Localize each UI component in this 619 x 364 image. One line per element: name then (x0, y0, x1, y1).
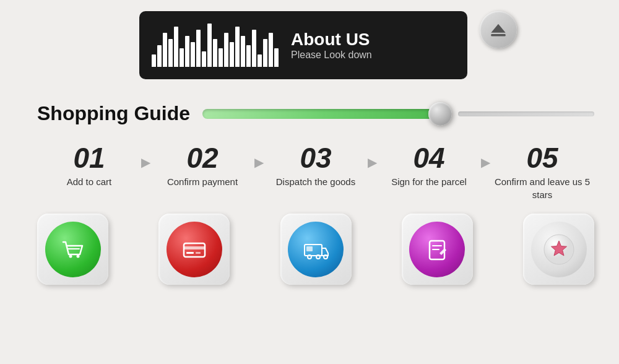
shopping-guide-section: Shopping Guide 01 Add to cart ▶ 02 Confi… (37, 102, 594, 285)
step-1-number: 01 (73, 144, 105, 172)
step-3-number: 03 (300, 144, 331, 172)
icon-box-sign[interactable] (402, 214, 473, 285)
guide-header: Shopping Guide (37, 102, 594, 125)
header-banner: About US Please Look down (139, 11, 467, 79)
svg-rect-7 (186, 252, 194, 254)
sign-icon (409, 222, 465, 277)
step-4-number: 04 (413, 144, 444, 172)
arrow-4: ▶ (481, 144, 490, 170)
svg-point-12 (324, 255, 327, 259)
arrow-1: ▶ (141, 144, 150, 170)
step-5-number: 05 (526, 144, 558, 172)
step-4: 04 Sign for the parcel (377, 144, 481, 188)
svg-point-4 (76, 254, 79, 258)
slider-thumb[interactable] (428, 102, 452, 126)
header-title: About US (291, 30, 372, 50)
step-5: 05 Confirm and leave us 5 stars (490, 144, 594, 201)
slider-track[interactable] (202, 109, 446, 119)
slider-remaining (458, 111, 594, 116)
equalizer-icon (152, 24, 279, 67)
step-1: 01 Add to cart (37, 144, 141, 188)
svg-rect-1 (491, 34, 505, 37)
step-4-label: Sign for the parcel (391, 175, 467, 188)
arrow-2: ▶ (254, 144, 264, 170)
icon-box-star[interactable] (523, 214, 594, 285)
svg-rect-13 (306, 246, 313, 251)
step-3-label: Dispatch the goods (276, 175, 355, 188)
svg-point-10 (308, 255, 311, 259)
payment-icon (167, 222, 222, 277)
step-2-number: 02 (186, 144, 218, 172)
eject-icon (490, 21, 507, 38)
arrow-3: ▶ (368, 144, 377, 170)
icon-box-payment[interactable] (158, 214, 230, 285)
truck-icon (288, 222, 344, 277)
star-icon (531, 222, 587, 277)
svg-point-11 (316, 255, 320, 259)
svg-rect-6 (184, 246, 205, 249)
step-2: 02 Confirm payment (150, 144, 254, 188)
svg-rect-5 (184, 243, 205, 257)
step-3: 03 Dispatch the goods (264, 144, 368, 188)
step-5-label: Confirm and leave us 5 stars (490, 175, 594, 201)
step-2-label: Confirm payment (167, 175, 238, 188)
steps-container: 01 Add to cart ▶ 02 Confirm payment ▶ 03… (37, 144, 594, 201)
eject-button[interactable] (480, 11, 517, 48)
icon-box-truck[interactable] (280, 214, 352, 285)
cart-icon (45, 222, 101, 277)
svg-rect-8 (196, 252, 201, 254)
svg-marker-0 (491, 24, 505, 33)
header-subtitle: Please Look down (291, 50, 372, 61)
icons-container (37, 214, 594, 285)
svg-point-3 (69, 254, 72, 258)
step-1-label: Add to cart (67, 175, 112, 188)
guide-title: Shopping Guide (37, 102, 190, 125)
header-text: About US Please Look down (291, 30, 372, 61)
icon-box-cart[interactable] (37, 214, 108, 285)
